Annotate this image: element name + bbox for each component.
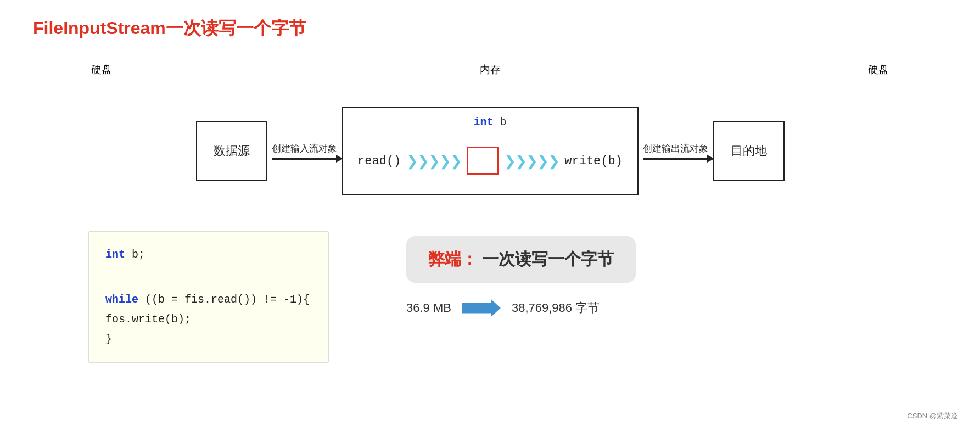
file-size-to: 38,769,986 字节 <box>512 300 600 316</box>
code-line4-content: } <box>105 333 112 345</box>
b-var: b <box>494 116 507 128</box>
disadv-label: 弊端： <box>428 250 478 268</box>
page: FileInputStream一次读写一个字节 硬盘 内存 硬盘 数据源 创建输… <box>0 0 980 431</box>
code-line-1: int b; <box>105 245 312 265</box>
left-connector: 创建输入流对象 <box>272 142 338 160</box>
right-chevrons: ❯❯❯❯❯ <box>504 153 559 170</box>
source-label: 数据源 <box>214 143 250 159</box>
create-output-stream-label: 创建输出流对象 <box>643 142 708 155</box>
code-while-keyword: while <box>105 293 138 306</box>
disadv-box: 弊端： 一次读写一个字节 <box>406 236 636 283</box>
memory-row: read() ❯❯❯❯❯ ❯❯❯❯❯ write(b) <box>357 147 623 175</box>
page-title: FileInputStream一次读写一个字节 <box>33 16 947 41</box>
read-fn: read() <box>357 154 401 168</box>
source-box: 数据源 <box>196 121 267 181</box>
write-fn: write(b) <box>564 154 623 168</box>
code-line2-rest: ((b = fis.read()) != -1){ <box>145 293 310 306</box>
label-harddisk-right: 硬盘 <box>843 63 914 77</box>
memory-box: int b read() ❯❯❯❯❯ ❯❯❯❯❯ write(b) <box>342 107 639 195</box>
label-harddisk-left: 硬盘 <box>66 63 137 77</box>
int-keyword: int <box>473 116 493 128</box>
disadv-section: 弊端： 一次读写一个字节 36.9 MB 38,769,986 字节 <box>406 231 636 317</box>
create-input-stream-label: 创建输入流对象 <box>272 142 337 155</box>
disadv-title: 弊端： 一次读写一个字节 <box>428 248 614 271</box>
disadv-text: 一次读写一个字节 <box>482 250 614 268</box>
watermark: CSDN @紫菜逸 <box>907 411 958 421</box>
code-block: int b; while ((b = fis.read()) != -1){ f… <box>88 231 329 363</box>
destination-section: 目的地 <box>713 121 785 181</box>
code-line-blank <box>105 270 312 290</box>
code-line1-rest: b; <box>132 248 145 261</box>
big-arrow-icon <box>462 299 501 317</box>
file-size-row: 36.9 MB 38,769,986 字节 <box>406 299 600 317</box>
bottom-section: int b; while ((b = fis.read()) != -1){ f… <box>33 231 947 363</box>
buffer-box <box>467 147 499 175</box>
code-line-2: while ((b = fis.read()) != -1){ <box>105 290 312 310</box>
label-memory: 内存 <box>342 63 639 77</box>
code-line3-content: fos.write(b); <box>105 313 191 326</box>
source-section: 数据源 <box>196 121 267 181</box>
code-int-keyword: int <box>105 248 125 261</box>
right-connector: 创建输出流对象 <box>643 142 709 160</box>
code-line-3: fos.write(b); <box>105 310 312 329</box>
dest-label: 目的地 <box>731 143 767 159</box>
file-size-from: 36.9 MB <box>406 301 451 315</box>
code-line-4: } <box>105 329 312 349</box>
left-chevrons: ❯❯❯❯❯ <box>406 153 461 170</box>
int-b-label: int b <box>473 116 506 128</box>
dest-box: 目的地 <box>713 121 785 181</box>
diagram: 数据源 创建输入流对象 int b read() ❯❯❯❯❯ <box>33 88 947 214</box>
